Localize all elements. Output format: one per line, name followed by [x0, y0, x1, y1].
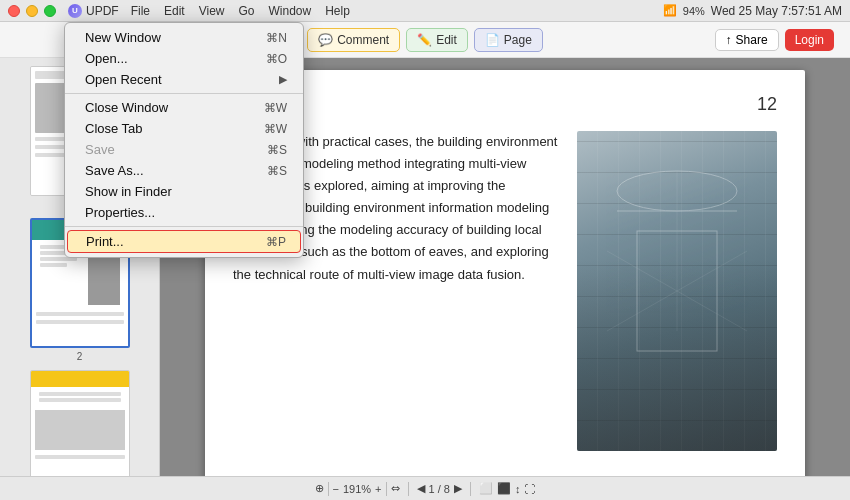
menu-window[interactable]: Window — [263, 3, 318, 19]
menu-save-shortcut: ⌘S — [267, 143, 287, 157]
comment-label: Comment — [337, 33, 389, 47]
menu-file[interactable]: File — [125, 3, 156, 19]
menu-print-label: Print... — [86, 234, 124, 249]
menu-new-window[interactable]: New Window ⌘N — [67, 27, 301, 48]
thumb3-yellow-bar — [31, 371, 129, 387]
app-icon: U — [68, 4, 82, 18]
share-label: Share — [736, 33, 768, 47]
zoom-out-icon[interactable]: − — [333, 483, 339, 495]
status-divider-4 — [470, 482, 471, 496]
menu-properties[interactable]: Properties... — [67, 202, 301, 223]
menu-open-shortcut: ⌘O — [266, 52, 287, 66]
two-page-icon[interactable]: ⬛ — [497, 482, 511, 495]
menu-open-recent-label: Open Recent — [85, 72, 162, 87]
menu-close-tab-label: Close Tab — [85, 121, 143, 136]
t2-l4 — [40, 263, 67, 267]
comment-icon: 💬 — [318, 33, 333, 47]
thumb3-body — [35, 390, 125, 404]
dropdown-menu-content: New Window ⌘N Open... ⌘O Open Recent ▶ C… — [64, 22, 304, 258]
menu-print[interactable]: Print... ⌘P — [67, 230, 301, 253]
thumbnail-item-3[interactable]: 3 — [30, 370, 130, 476]
thumb3-drawing — [35, 410, 125, 450]
menu-edit[interactable]: Edit — [158, 3, 191, 19]
menu-new-window-label: New Window — [85, 30, 161, 45]
zoom-level: 191% — [343, 483, 371, 495]
login-button[interactable]: Login — [785, 29, 834, 51]
single-page-icon[interactable]: ⬜ — [479, 482, 493, 495]
menu-close-tab-shortcut: ⌘W — [264, 122, 287, 136]
zoom-in-icon[interactable]: + — [375, 483, 381, 495]
close-button[interactable] — [8, 5, 20, 17]
status-divider-2 — [386, 482, 387, 496]
status-divider-1 — [328, 482, 329, 496]
battery-label: 94% — [683, 5, 705, 17]
menu-open-label: Open... — [85, 51, 128, 66]
system-icons: 📶 94% Wed 25 May 7:57:51 AM — [663, 4, 842, 18]
edit-icon: ✏️ — [417, 33, 432, 47]
separator-2 — [65, 226, 303, 227]
file-dropdown: New Window ⌘N Open... ⌘O Open Recent ▶ C… — [64, 22, 304, 258]
menu-close-tab[interactable]: Close Tab ⌘W — [67, 118, 301, 139]
menu-show-in-finder[interactable]: Show in Finder — [67, 181, 301, 202]
page-number: 12 — [757, 94, 777, 115]
menu-save-as[interactable]: Save As... ⌘S — [67, 160, 301, 181]
title-bar-right: 📶 94% Wed 25 May 7:57:51 AM — [663, 4, 842, 18]
separator-1 — [65, 93, 303, 94]
menu-close-window[interactable]: Close Window ⌘W — [67, 97, 301, 118]
menu-new-window-shortcut: ⌘N — [266, 31, 287, 45]
minimize-button[interactable] — [26, 5, 38, 17]
status-page-nav: ◀ 1 / 8 ▶ — [417, 482, 462, 495]
app-title: U UPDF — [68, 4, 119, 18]
prev-page-icon[interactable]: ◀ — [417, 482, 425, 495]
app-name-label: UPDF — [86, 4, 119, 18]
menu-bar: File Edit View Go Window Help — [125, 3, 356, 19]
menu-properties-label: Properties... — [85, 205, 155, 220]
page-icon: 📄 — [485, 33, 500, 47]
thumbnail-label-2: 2 — [77, 351, 83, 362]
pdf-page-header: 12 — [233, 94, 777, 115]
share-button[interactable]: ↑ Share — [715, 29, 779, 51]
t3-l1 — [39, 392, 121, 396]
t3-l3 — [35, 455, 125, 459]
t2-l5 — [36, 312, 124, 316]
thumb3-content — [31, 371, 129, 476]
menu-print-shortcut: ⌘P — [266, 235, 286, 249]
menu-help[interactable]: Help — [319, 3, 356, 19]
menu-save-as-label: Save As... — [85, 163, 144, 178]
scroll-icon[interactable]: ↕ — [515, 483, 521, 495]
menu-close-window-label: Close Window — [85, 100, 168, 115]
status-zoom-controls: ⊕ − 191% + ⇔ — [315, 482, 400, 496]
page-label: Page — [504, 33, 532, 47]
thumb3-text-col — [35, 390, 125, 404]
status-divider-3 — [408, 482, 409, 496]
fullscreen-icon[interactable]: ⛶ — [524, 483, 535, 495]
title-bar: U UPDF File Edit View Go Window Help 📶 9… — [0, 0, 850, 22]
edit-button[interactable]: ✏️ Edit — [406, 28, 468, 52]
maximize-button[interactable] — [44, 5, 56, 17]
menu-view[interactable]: View — [193, 3, 231, 19]
thumbnail-card-3 — [30, 370, 130, 476]
fit-width-icon[interactable]: ⇔ — [391, 482, 400, 495]
menu-open[interactable]: Open... ⌘O — [67, 48, 301, 69]
t3-l2 — [39, 398, 121, 402]
comment-button[interactable]: 💬 Comment — [307, 28, 400, 52]
menu-save: Save ⌘S — [67, 139, 301, 160]
next-page-icon[interactable]: ▶ — [454, 482, 462, 495]
menu-save-label: Save — [85, 142, 115, 157]
menu-show-in-finder-label: Show in Finder — [85, 184, 172, 199]
building-svg — [577, 131, 777, 451]
menu-close-window-shortcut: ⌘W — [264, 101, 287, 115]
status-view-controls: ⬜ ⬛ ↕ ⛶ — [479, 482, 536, 495]
t2-l6 — [36, 320, 124, 324]
fit-page-icon[interactable]: ⊕ — [315, 482, 324, 495]
edit-label: Edit — [436, 33, 457, 47]
page-button[interactable]: 📄 Page — [474, 28, 543, 52]
menu-open-recent[interactable]: Open Recent ▶ — [67, 69, 301, 90]
page-indicator: 1 / 8 — [429, 483, 450, 495]
share-icon: ↑ — [726, 33, 732, 47]
menu-go[interactable]: Go — [233, 3, 261, 19]
menu-open-recent-arrow: ▶ — [279, 73, 287, 86]
pdf-content: Combined with practical cases, the build… — [233, 131, 777, 451]
wifi-icon: 📶 — [663, 4, 677, 17]
pdf-image — [577, 131, 777, 451]
